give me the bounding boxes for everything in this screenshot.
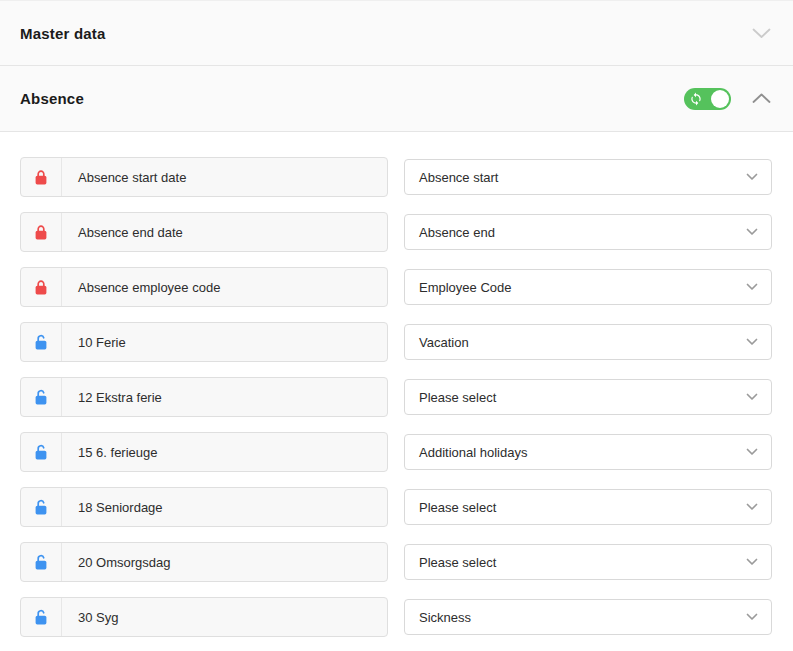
mapping-select-value: Employee Code (419, 280, 512, 295)
absence-sync-toggle[interactable] (684, 88, 731, 110)
source-field: 20 Omsorgsdag (20, 542, 388, 582)
source-field: 12 Ekstra ferie (20, 377, 388, 417)
mapping-row: Absence start date Absence start (20, 157, 772, 197)
absence-mapping-list: Absence start date Absence start Absence… (0, 132, 793, 637)
mapping-row: 30 Syg Sickness (20, 597, 772, 637)
mapping-select[interactable]: Absence start (404, 159, 772, 195)
lock-open-icon (34, 334, 48, 351)
lock-icon-cell (21, 488, 62, 526)
source-field-label: 20 Omsorgsdag (62, 555, 171, 570)
lock-icon-cell (21, 323, 62, 361)
mapping-select[interactable]: Please select (404, 489, 772, 525)
source-field: 10 Ferie (20, 322, 388, 362)
lock-icon-cell (21, 378, 62, 416)
absence-title: Absence (20, 90, 84, 107)
mapping-row: 12 Ekstra ferie Please select (20, 377, 772, 417)
absence-section-header[interactable]: Absence (0, 66, 793, 132)
source-field: 15 6. ferieuge (20, 432, 388, 472)
chevron-down-icon (746, 558, 758, 566)
chevron-down-icon (746, 448, 758, 456)
lock-open-icon (34, 389, 48, 406)
lock-icon-cell (21, 213, 62, 251)
mapping-row: 10 Ferie Vacation (20, 322, 772, 362)
mapping-row: 15 6. ferieuge Additional holidays (20, 432, 772, 472)
mapping-select-value: Please select (419, 500, 496, 515)
mapping-row: Absence end date Absence end (20, 212, 772, 252)
source-field-label: 18 Seniordage (62, 500, 163, 515)
mapping-select-value: Please select (419, 390, 496, 405)
lock-open-icon (34, 499, 48, 516)
mapping-select[interactable]: Please select (404, 544, 772, 580)
chevron-down-icon (746, 503, 758, 511)
source-field: Absence employee code (20, 267, 388, 307)
toggle-knob (711, 90, 729, 108)
source-field-label: 12 Ekstra ferie (62, 390, 162, 405)
mapping-select-value: Please select (419, 555, 496, 570)
mapping-select[interactable]: Please select (404, 379, 772, 415)
source-field: Absence start date (20, 157, 388, 197)
lock-open-icon (34, 444, 48, 461)
lock-closed-icon (34, 224, 48, 241)
chevron-down-icon (746, 393, 758, 401)
chevron-down-icon (746, 228, 758, 236)
mapping-row: 20 Omsorgsdag Please select (20, 542, 772, 582)
source-field-label: 30 Syg (62, 610, 118, 625)
lock-icon-cell (21, 543, 62, 581)
mapping-select-value: Absence end (419, 225, 495, 240)
sync-icon (689, 92, 703, 106)
chevron-up-icon[interactable] (752, 93, 771, 104)
master-data-section-header[interactable]: Master data (0, 0, 793, 66)
lock-open-icon (34, 554, 48, 571)
lock-icon-cell (21, 268, 62, 306)
source-field-label: Absence start date (62, 170, 186, 185)
source-field: 30 Syg (20, 597, 388, 637)
mapping-select[interactable]: Sickness (404, 599, 772, 635)
chevron-down-icon (746, 338, 758, 346)
mapping-select-value: Additional holidays (419, 445, 527, 460)
lock-icon-cell (21, 158, 62, 196)
source-field-label: 10 Ferie (62, 335, 126, 350)
mapping-select-value: Absence start (419, 170, 499, 185)
chevron-down-icon (746, 173, 758, 181)
lock-open-icon (34, 609, 48, 626)
source-field-label: Absence employee code (62, 280, 220, 295)
lock-closed-icon (34, 279, 48, 296)
mapping-select[interactable]: Additional holidays (404, 434, 772, 470)
source-field-label: Absence end date (62, 225, 183, 240)
mapping-select[interactable]: Vacation (404, 324, 772, 360)
lock-icon-cell (21, 433, 62, 471)
chevron-down-icon (746, 283, 758, 291)
source-field: 18 Seniordage (20, 487, 388, 527)
mapping-select[interactable]: Absence end (404, 214, 772, 250)
mapping-select[interactable]: Employee Code (404, 269, 772, 305)
chevron-down-icon (746, 613, 758, 621)
chevron-down-icon[interactable] (752, 28, 771, 39)
lock-closed-icon (34, 169, 48, 186)
mapping-select-value: Sickness (419, 610, 471, 625)
source-field: Absence end date (20, 212, 388, 252)
mapping-select-value: Vacation (419, 335, 469, 350)
mapping-row: 18 Seniordage Please select (20, 487, 772, 527)
master-data-title: Master data (20, 25, 106, 42)
lock-icon-cell (21, 598, 62, 636)
source-field-label: 15 6. ferieuge (62, 445, 158, 460)
mapping-row: Absence employee code Employee Code (20, 267, 772, 307)
